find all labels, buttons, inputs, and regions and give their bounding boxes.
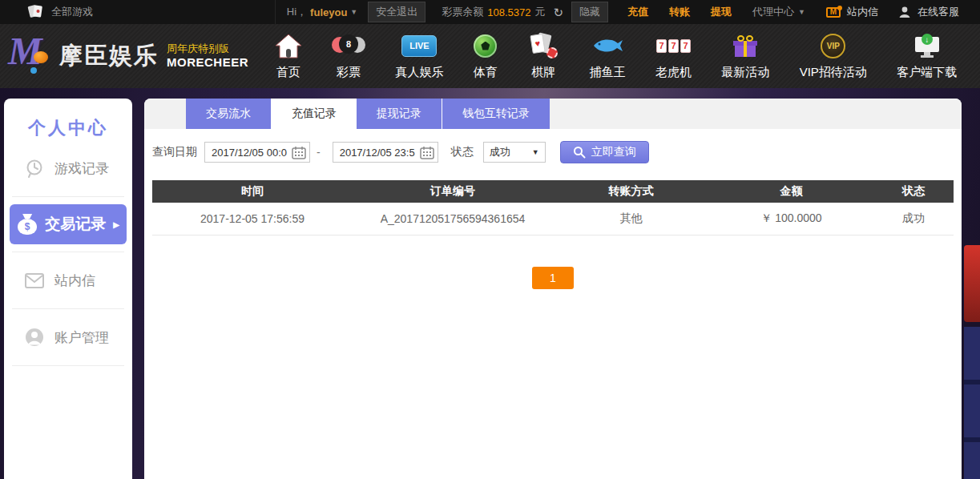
nav-list: 首页 8 彩票 LIVE 真人娱乐 体育 [260,29,972,83]
cell-order-id: A_201712051756594361654 [353,203,553,235]
status-label: 状态 [451,145,474,159]
nav-label: 彩票 [332,65,365,80]
logo-subtitle: 周年庆特别版 MORECHEER [167,43,248,69]
live-casino-icon: LIVE [395,29,443,62]
agent-center-menu[interactable]: 代理中心 ▼ [752,5,805,19]
nav-label: 棋牌 [527,65,559,80]
nav-item-promotions[interactable]: 最新活动 [721,29,769,83]
game-record-icon [25,159,44,179]
nav-item-sports[interactable]: 体育 [474,29,498,83]
cell-method: 其他 [553,203,709,235]
sidebar-item-label: 账户管理 [54,328,109,347]
search-icon [573,146,586,159]
chevron-down-icon: ▼ [532,148,539,156]
query-filter-bar: 查询日期 - [152,141,962,163]
logo-orange-dot [34,51,48,63]
table-header-row: 时间 订单编号 转账方式 金额 状态 [152,180,954,203]
tab-transaction-flow[interactable]: 交易流水 [186,99,272,129]
home-icon [275,29,302,62]
header-order-id: 订单编号 [353,180,553,203]
nav-item-live-casino[interactable]: LIVE 真人娱乐 [395,29,443,83]
hide-balance-button[interactable]: 隐藏 [571,2,608,22]
nav-item-vip[interactable]: VIP VIP招待活动 [800,29,867,83]
download-icon: ↓ [897,29,957,62]
record-tabs: 交易流水 充值记录 提现记录 钱包互转记录 [144,99,962,129]
mail-icon [25,273,44,288]
deposit-link[interactable]: 充值 [627,5,648,19]
site-mail-link[interactable]: M 站内信 [826,5,878,19]
nav-item-slots[interactable]: 7 7 7 老虎机 [655,29,692,83]
sports-icon [474,29,498,62]
slot-seven: 7 [659,41,663,50]
logo-m-letter: M [8,29,42,73]
chevron-down-icon: ▼ [798,8,805,16]
dollar-sign: $ [17,221,38,232]
sidebar-item-label: 交易记录 [45,214,106,235]
cards-stack-icon [27,4,45,20]
personal-center-sidebar: 个人中心 游戏记录 $ 交易记录 ▶ 站内信 账户管理 [4,99,132,479]
fishing-icon [590,29,626,62]
tab-withdraw-records[interactable]: 提现记录 [357,99,442,129]
header-time: 时间 [152,180,353,203]
person-icon [897,5,912,19]
greeting-text: Hi， [287,5,307,19]
sidebar-item-label: 站内信 [54,272,95,290]
site-mail-label: 站内信 [847,5,878,19]
background-list-fragment [964,327,980,479]
withdraw-link[interactable]: 提现 [711,5,732,19]
logout-button[interactable]: 安全退出 [368,2,425,22]
user-menu[interactable]: Hi，fuleyou ▼ [287,5,357,19]
nav-label: VIP招待活动 [800,65,867,80]
page-1-button[interactable]: 1 [532,267,574,289]
sidebar-item-game-records[interactable]: 游戏记录 [4,140,132,196]
background-banner-fragment [964,245,980,322]
all-games-menu[interactable]: 全部游戏 [27,4,93,20]
live-text: LIVE [409,41,429,50]
site-logo[interactable]: M 摩臣娱乐 周年庆特别版 MORECHEER [8,34,248,78]
cell-time: 2017-12-05 17:56:59 [152,203,353,235]
sidebar-item-transactions[interactable]: $ 交易记录 ▶ [10,204,127,244]
nav-item-home[interactable]: 首页 [275,29,302,83]
nav-label: 客户端下载 [897,65,957,80]
lottery-icon: 8 [332,29,365,62]
calendar-icon[interactable] [420,146,434,159]
transfer-link[interactable]: 转账 [669,5,690,19]
calendar-icon[interactable] [292,146,306,159]
slot-seven: 7 [683,41,688,50]
slot-machine-icon: 7 7 7 [655,29,692,62]
nav-item-cards[interactable]: ♥ 棋牌 [527,29,559,83]
wallet-links: 充值 转账 提现 [627,5,732,19]
agent-center-label: 代理中心 [752,5,794,19]
date-label: 查询日期 [152,145,197,159]
search-button-label: 立即查询 [591,145,636,159]
cards-icon: ♥ [527,29,559,62]
tab-deposit-records[interactable]: 充值记录 [272,99,357,129]
nav-item-lottery[interactable]: 8 彩票 [332,29,365,83]
status-select[interactable]: 成功 ▼ [483,142,546,163]
logo-mark: M [8,34,58,78]
refresh-icon[interactable]: ↻ [554,6,564,18]
eight-ball-number: 8 [346,39,351,49]
slot-seven: 7 [671,41,676,50]
mail-icon: M [826,7,841,18]
nav-label: 真人娱乐 [395,65,443,80]
records-table: 时间 订单编号 转账方式 金额 状态 2017-12-05 17:56:59 A… [152,180,954,235]
search-button[interactable]: 立即查询 [560,141,649,163]
sidebar-item-account[interactable]: 账户管理 [4,309,132,365]
vip-icon: VIP [800,29,867,62]
balance-value: 108.5372 [487,6,530,18]
online-service-label: 在线客服 [917,5,959,19]
transaction-icon: $ [17,214,38,235]
divider [12,365,124,366]
status-selected-value: 成功 [490,145,510,159]
online-service-link[interactable]: 在线客服 [897,5,959,19]
tab-wallet-transfer-records[interactable]: 钱包互转记录 [442,99,550,129]
pagination: 1 [144,267,962,289]
sidebar-item-site-mail[interactable]: 站内信 [4,252,132,308]
logo-blue-dot [30,67,37,74]
nav-label: 捕鱼王 [590,65,626,80]
header-method: 转账方式 [553,180,709,203]
logo-brand-en: MORECHEER [167,55,248,69]
nav-item-fishing[interactable]: 捕鱼王 [590,29,626,83]
nav-item-download[interactable]: ↓ 客户端下载 [897,29,957,83]
